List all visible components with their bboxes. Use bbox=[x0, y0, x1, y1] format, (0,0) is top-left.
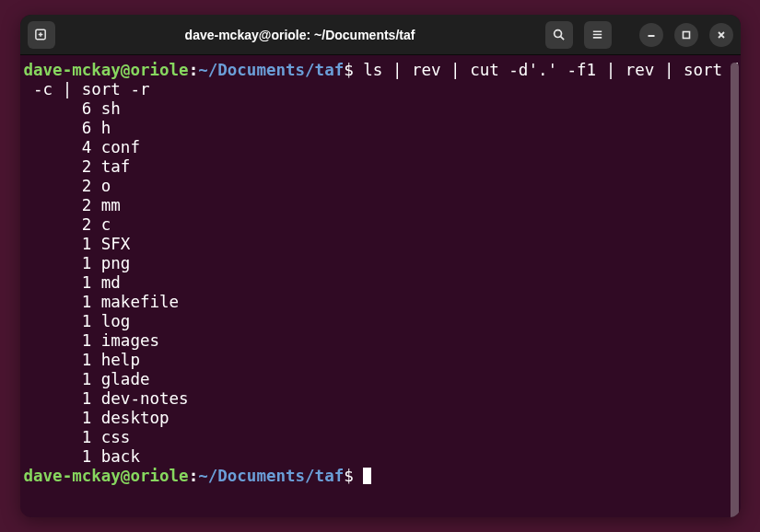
terminal-window: dave-mckay@oriole: ~/Documents/taf bbox=[20, 15, 741, 517]
output-line: 1 images bbox=[24, 331, 731, 351]
output-block: 6 sh 6 h 4 conf 2 taf 2 o 2 mm 2 c 1 SFX… bbox=[24, 99, 731, 467]
output-line: 1 back bbox=[24, 447, 731, 467]
close-button[interactable] bbox=[709, 23, 733, 47]
output-line: 4 conf bbox=[24, 138, 731, 157]
maximize-button[interactable] bbox=[674, 23, 698, 47]
prompt-path: ~/Documents/taf bbox=[198, 467, 344, 485]
output-line: 6 sh bbox=[24, 99, 731, 119]
prompt-colon: : bbox=[189, 61, 199, 79]
minimize-button[interactable] bbox=[639, 23, 663, 47]
prompt-colon: : bbox=[189, 467, 199, 485]
output-line: 1 SFX bbox=[24, 235, 731, 254]
command-text: ls | rev | cut -d'.' -f1 | rev | sort | … bbox=[363, 61, 740, 79]
search-button[interactable] bbox=[545, 21, 573, 49]
command-text-wrap: -c | sort -r bbox=[24, 80, 150, 98]
output-line: 1 makefile bbox=[24, 293, 731, 312]
svg-rect-2 bbox=[683, 31, 689, 38]
window-title: dave-mckay@oriole: ~/Documents/taf bbox=[55, 28, 545, 42]
prompt-user: dave-mckay@oriole bbox=[24, 467, 189, 485]
output-line: 6 h bbox=[24, 119, 731, 138]
prompt-dollar: $ bbox=[344, 61, 363, 79]
prompt-user: dave-mckay@oriole bbox=[24, 61, 189, 79]
prompt-line: dave-mckay@oriole:~/Documents/taf$ bbox=[24, 467, 731, 486]
output-line: 1 desktop bbox=[24, 409, 731, 428]
output-line: 1 glade bbox=[24, 370, 731, 389]
output-line: 1 help bbox=[24, 351, 731, 370]
titlebar: dave-mckay@oriole: ~/Documents/taf bbox=[20, 15, 741, 55]
output-line: 2 o bbox=[24, 177, 731, 196]
prompt-path: ~/Documents/taf bbox=[198, 61, 344, 79]
svg-point-1 bbox=[555, 30, 562, 38]
output-line: 1 png bbox=[24, 254, 731, 273]
output-line: 1 md bbox=[24, 273, 731, 293]
scrollbar[interactable] bbox=[731, 63, 739, 517]
output-line: 2 taf bbox=[24, 157, 731, 177]
output-line: 1 log bbox=[24, 312, 731, 331]
new-tab-button[interactable] bbox=[28, 21, 55, 49]
output-line: 2 mm bbox=[24, 196, 731, 215]
prompt-dollar: $ bbox=[344, 467, 363, 485]
terminal-body[interactable]: dave-mckay@oriole:~/Documents/taf$ ls | … bbox=[20, 55, 741, 517]
menu-button[interactable] bbox=[584, 21, 612, 49]
output-line: 1 dev-notes bbox=[24, 389, 731, 409]
cursor bbox=[363, 468, 371, 484]
output-line: 2 c bbox=[24, 215, 731, 235]
command-wrap-line: -c | sort -r bbox=[24, 80, 731, 99]
prompt-line: dave-mckay@oriole:~/Documents/taf$ ls | … bbox=[24, 61, 731, 80]
output-line: 1 css bbox=[24, 428, 731, 447]
